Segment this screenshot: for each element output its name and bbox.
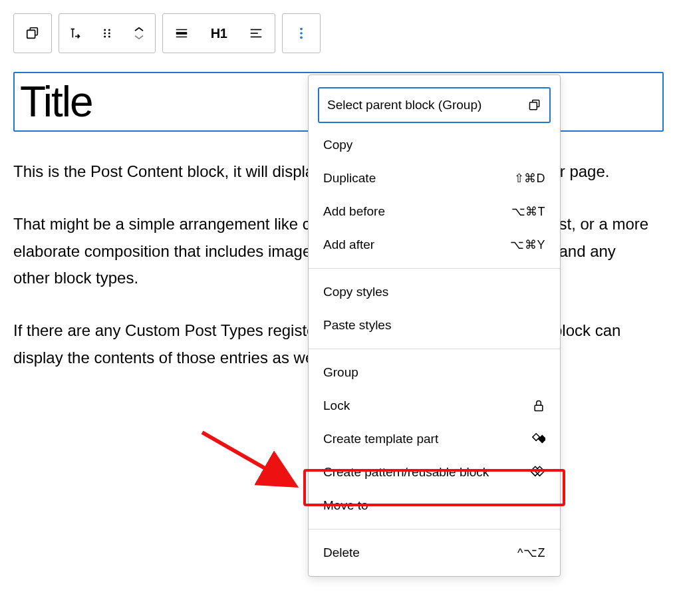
- post-title-text: Title: [20, 80, 92, 123]
- parent-block-button[interactable]: [14, 14, 51, 53]
- group-icon: [528, 98, 541, 112]
- svg-point-2: [108, 29, 110, 31]
- svg-point-1: [104, 29, 106, 31]
- chevron-down-icon: [133, 33, 145, 41]
- move-up-down[interactable]: [123, 14, 155, 53]
- toolbar-group-parent: [13, 13, 52, 53]
- svg-point-4: [108, 33, 110, 35]
- block-options-menu: Select parent block (Group) Copy Duplica…: [308, 75, 561, 410]
- menu-group[interactable]: Group: [309, 356, 560, 389]
- menu-label: Lock: [323, 398, 350, 410]
- menu-label: Copy: [323, 138, 352, 152]
- group-icon: [25, 26, 40, 41]
- block-toolbar: H1: [13, 13, 327, 53]
- heading-level-label: H1: [211, 26, 227, 41]
- svg-point-3: [104, 33, 106, 35]
- menu-label: Select parent block (Group): [327, 98, 481, 112]
- svg-rect-11: [535, 405, 543, 410]
- transform-button[interactable]: [59, 14, 91, 53]
- transform-icon: [68, 26, 82, 41]
- text-align-icon: [249, 26, 263, 41]
- svg-rect-0: [27, 30, 35, 38]
- svg-rect-10: [530, 102, 537, 110]
- menu-add-after[interactable]: Add after ⌥⌘Y: [309, 228, 560, 261]
- menu-add-before[interactable]: Add before ⌥⌘T: [309, 195, 560, 228]
- menu-copy[interactable]: Copy: [309, 128, 560, 162]
- svg-point-5: [104, 36, 106, 38]
- more-vertical-icon: [294, 26, 309, 41]
- svg-point-8: [300, 32, 303, 35]
- toolbar-group-align: H1: [162, 13, 275, 53]
- menu-label: Copy styles: [323, 285, 388, 299]
- menu-lock[interactable]: Lock: [309, 389, 560, 410]
- svg-point-6: [108, 36, 110, 38]
- drag-icon: [100, 27, 114, 40]
- menu-label: Add after: [323, 237, 374, 252]
- svg-point-9: [300, 37, 303, 39]
- align-button[interactable]: [163, 14, 200, 53]
- lock-icon: [532, 399, 545, 410]
- menu-label: Paste styles: [323, 318, 391, 333]
- menu-label: Duplicate: [323, 171, 376, 186]
- menu-shortcut: ⇧⌘D: [514, 171, 546, 186]
- menu-paste-styles[interactable]: Paste styles: [309, 309, 560, 342]
- heading-level-button[interactable]: H1: [200, 14, 237, 53]
- menu-label: Group: [323, 365, 358, 380]
- menu-duplicate[interactable]: Duplicate ⇧⌘D: [309, 162, 560, 195]
- menu-select-parent[interactable]: Select parent block (Group): [318, 87, 551, 123]
- chevron-up-icon: [133, 25, 145, 33]
- menu-shortcut: ⌥⌘Y: [510, 237, 545, 252]
- toolbar-group-transform: [59, 13, 156, 53]
- toolbar-group-more: [282, 13, 321, 53]
- text-align-button[interactable]: [237, 14, 275, 53]
- more-options-button[interactable]: [283, 14, 320, 53]
- menu-label: Add before: [323, 204, 385, 219]
- align-icon: [174, 26, 189, 41]
- menu-shortcut: ⌥⌘T: [511, 204, 546, 219]
- menu-copy-styles[interactable]: Copy styles: [309, 275, 560, 309]
- drag-handle[interactable]: [91, 14, 123, 53]
- svg-point-7: [300, 28, 303, 31]
